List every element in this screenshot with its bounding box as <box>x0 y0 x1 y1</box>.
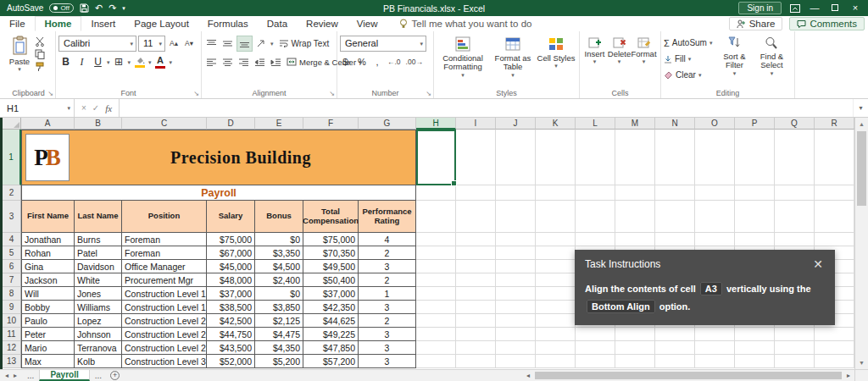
undo-icon[interactable]: ↶ <box>95 3 103 13</box>
cell-F5[interactable]: $70,350 <box>303 246 359 260</box>
cell-E8[interactable]: $0 <box>255 287 303 301</box>
column-header-F[interactable]: F <box>303 118 359 130</box>
cell-N3[interactable] <box>655 201 695 233</box>
formula-input[interactable] <box>120 99 853 117</box>
row-header-9[interactable]: 9 <box>3 301 21 314</box>
cell-H10[interactable] <box>416 314 456 328</box>
cell-G3[interactable]: Performance Rating <box>359 201 416 233</box>
copy-icon[interactable] <box>35 49 45 59</box>
cell-F4[interactable]: $75,000 <box>303 233 359 246</box>
cell-O4[interactable] <box>695 233 735 246</box>
column-header-M[interactable]: M <box>615 118 655 130</box>
autosave-toggle[interactable]: Off <box>49 3 74 13</box>
cell-D13[interactable]: $52,000 <box>207 355 255 368</box>
cell-Q13[interactable] <box>775 355 815 368</box>
cell-H1[interactable] <box>416 130 456 185</box>
minimize-button[interactable]: — <box>809 3 821 13</box>
cell-I9[interactable] <box>456 301 496 314</box>
cell-G13[interactable]: 3 <box>359 355 416 368</box>
cell-C9[interactable]: Construction Level 1 <box>122 301 207 314</box>
wrap-text-button[interactable]: Wrap Text <box>279 36 330 51</box>
middle-align-button[interactable] <box>220 36 235 52</box>
column-header-L[interactable]: L <box>576 118 615 130</box>
tell-me-box[interactable]: Tell me what you want to do <box>399 16 532 31</box>
cell-C3[interactable]: Position <box>122 201 207 233</box>
cell-C4[interactable]: Foreman <box>122 233 207 246</box>
cell-J3[interactable] <box>496 201 536 233</box>
cell-P4[interactable] <box>735 233 775 246</box>
cell-J5[interactable] <box>496 246 536 260</box>
cell-G10[interactable]: 2 <box>359 314 416 328</box>
top-align-button[interactable] <box>204 36 219 52</box>
column-header-K[interactable]: K <box>536 118 576 130</box>
cell-I13[interactable] <box>456 355 496 368</box>
row-header-1[interactable]: 1 <box>3 130 21 185</box>
column-header-A[interactable]: A <box>21 118 75 130</box>
sheet-list-ellipsis-left[interactable]: ... <box>22 370 39 381</box>
cell-M11[interactable] <box>615 328 655 341</box>
font-size-select[interactable]: 11 ▾ <box>138 36 165 52</box>
cell-J7[interactable] <box>496 273 536 287</box>
cell-G8[interactable]: 1 <box>359 287 416 301</box>
cell-P3[interactable] <box>735 201 775 233</box>
decrease-font-size-button[interactable]: A▾ <box>182 36 196 51</box>
cell-B9[interactable]: Williams <box>75 301 122 314</box>
decrease-indent-button[interactable] <box>253 54 267 70</box>
cell-J8[interactable] <box>496 287 536 301</box>
cell-H13[interactable] <box>416 355 456 368</box>
cell-L11[interactable] <box>576 328 615 341</box>
cell-H3[interactable] <box>416 201 456 233</box>
comma-style-button[interactable]: , <box>370 54 384 69</box>
cell-L4[interactable] <box>576 233 615 246</box>
column-header-C[interactable]: C <box>122 118 207 130</box>
conditional-formatting-button[interactable]: Conditional Formatting ▾ <box>437 34 489 87</box>
close-icon[interactable]: ✕ <box>811 258 825 270</box>
cell-P12[interactable] <box>735 341 775 355</box>
cell-B13[interactable]: Kolb <box>75 355 122 368</box>
cell-O12[interactable] <box>695 341 735 355</box>
cell-K9[interactable] <box>536 301 576 314</box>
number-format-select[interactable]: General ▾ <box>340 36 426 52</box>
cell-M1[interactable] <box>615 130 655 185</box>
ribbon-tab-home[interactable]: Home <box>35 16 82 31</box>
cell-C6[interactable]: Office Manager <box>122 260 207 273</box>
cell-L1[interactable] <box>576 130 615 185</box>
format-painter-icon[interactable] <box>35 62 45 72</box>
cell-E10[interactable]: $2,125 <box>255 314 303 328</box>
cell-R12[interactable] <box>815 341 854 355</box>
font-name-select[interactable]: Calibri ▾ <box>58 36 136 52</box>
cell-B7[interactable]: White <box>75 273 122 287</box>
cell-J11[interactable] <box>496 328 536 341</box>
increase-decimal-button[interactable]: ←.0 <box>386 54 403 69</box>
cell-E5[interactable]: $3,350 <box>255 246 303 260</box>
cell-D5[interactable]: $67,000 <box>207 246 255 260</box>
cell-R13[interactable] <box>815 355 854 368</box>
cell-I6[interactable] <box>456 260 496 273</box>
share-button[interactable]: Share <box>729 17 783 30</box>
column-header-J[interactable]: J <box>496 118 536 130</box>
ribbon-tab-formulas[interactable]: Formulas <box>198 16 258 31</box>
cell-N11[interactable] <box>655 328 695 341</box>
cell-N2[interactable] <box>655 185 695 201</box>
borders-options-icon[interactable]: ▾ <box>128 59 131 65</box>
insert-function-icon[interactable]: fx <box>105 103 112 113</box>
row-header-11[interactable]: 11 <box>3 328 21 341</box>
cell-J4[interactable] <box>496 233 536 246</box>
cell-J2[interactable] <box>496 185 536 201</box>
delete-cells-button[interactable]: Delete ▾ <box>607 34 632 87</box>
cell-F10[interactable]: $44,625 <box>303 314 359 328</box>
increase-font-size-button[interactable]: A▴ <box>167 36 181 51</box>
cut-icon[interactable] <box>35 36 45 47</box>
save-icon[interactable] <box>80 3 89 13</box>
column-header-H[interactable]: H <box>416 118 456 130</box>
cell-K4[interactable] <box>536 233 576 246</box>
new-sheet-button[interactable]: + <box>110 371 120 380</box>
cancel-icon[interactable]: × <box>81 103 86 113</box>
column-header-G[interactable]: G <box>359 118 416 130</box>
ribbon-tab-insert[interactable]: Insert <box>81 16 125 31</box>
cell-Q1[interactable] <box>775 130 815 185</box>
cell-O13[interactable] <box>695 355 735 368</box>
cell-B12[interactable]: Terranova <box>75 341 122 355</box>
column-header-I[interactable]: I <box>456 118 496 130</box>
cell-J12[interactable] <box>496 341 536 355</box>
